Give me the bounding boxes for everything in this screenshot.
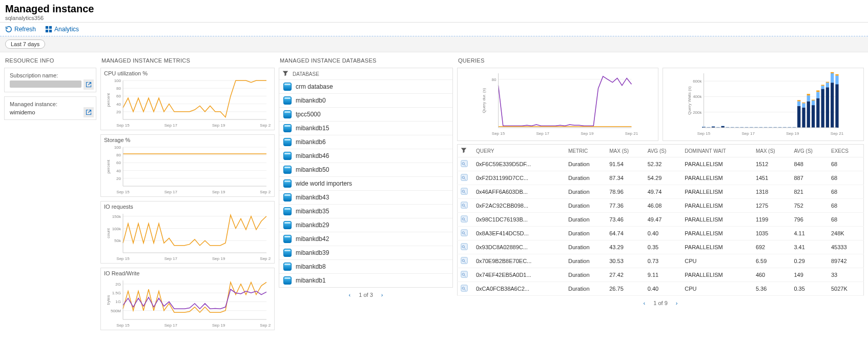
svg-rect-147: [797, 102, 800, 106]
query-avg: 54.29: [645, 171, 682, 185]
wait-avg: 752: [791, 199, 828, 213]
database-row[interactable]: crm database: [279, 80, 452, 94]
database-row[interactable]: mibankdb39: [279, 246, 452, 260]
svg-rect-165: [826, 83, 829, 87]
database-row[interactable]: tpcc5000: [279, 108, 452, 122]
section-resource-info: RESOURCE INFO: [4, 56, 96, 68]
chart-query-waits[interactable]: 200k400k600kQuery Waits (s)Sep 15Sep 17S…: [663, 68, 864, 141]
svg-rect-170: [835, 84, 838, 128]
svg-text:Sep 19: Sep 19: [581, 131, 594, 136]
query-row[interactable]: 0xF2AC92CBB098... Duration 77.36 46.08 P…: [458, 199, 864, 213]
filter-icon[interactable]: [461, 149, 467, 154]
svg-rect-155: [812, 105, 815, 128]
svg-text:80: 80: [116, 153, 121, 157]
database-row[interactable]: mibankdb15: [279, 122, 452, 135]
database-icon: [283, 249, 292, 257]
wait-max: 1199: [753, 213, 791, 227]
query-row[interactable]: 0x70E9B2B8E70EC... Duration 30.53 0.73 C…: [458, 254, 864, 268]
query-col-header[interactable]: METRIC: [565, 145, 606, 157]
database-name: mibankdb46: [296, 152, 329, 159]
query-avg: 9.11: [645, 268, 682, 282]
database-icon: [283, 138, 292, 146]
open-mi-button[interactable]: [84, 107, 94, 117]
refresh-button[interactable]: Refresh: [5, 26, 36, 33]
svg-text:Sep 15: Sep 15: [116, 323, 130, 328]
svg-text:20: 20: [116, 110, 121, 114]
query-max: 91.54: [606, 157, 645, 171]
query-hash: 0x74EF42EB5A0D1...: [473, 268, 565, 282]
db-next-page[interactable]: ›: [379, 291, 385, 299]
wait-avg: 796: [791, 213, 828, 227]
svg-text:40: 40: [116, 102, 121, 107]
query-row[interactable]: 0xF6C59E339D5DF... Duration 91.54 52.32 …: [458, 157, 864, 171]
chart-storage[interactable]: Storage %20406080100percentSep 15Sep 17S…: [100, 134, 275, 197]
database-row[interactable]: mibankdb43: [279, 191, 452, 205]
query-max: 26.75: [606, 282, 645, 296]
wait-avg: 149: [791, 268, 828, 282]
wait-max: 1512: [753, 157, 791, 171]
database-row[interactable]: wide world importers: [279, 177, 452, 191]
database-list: DATABASE crm databasemibankdb0tpcc5000mi…: [279, 68, 453, 288]
query-col-header[interactable]: AVG (S): [791, 145, 828, 157]
query-col-header[interactable]: MAX (S): [753, 145, 791, 157]
chart-iorw[interactable]: IO Read/Write500M1G1.5G2GbytesSep 15Sep …: [100, 268, 275, 330]
svg-rect-169: [831, 72, 834, 73]
query-execs: 68: [828, 199, 864, 213]
db-page-label: 1 of 3: [359, 292, 373, 298]
query-col-header[interactable]: DOMINANT WAIT: [681, 145, 753, 157]
svg-rect-146: [797, 106, 800, 128]
wait-avg: 821: [791, 185, 828, 199]
svg-text:percent: percent: [106, 159, 111, 173]
chart-io[interactable]: IO requests50k100k150kcountSep 15Sep 17S…: [100, 201, 275, 264]
database-row[interactable]: mibankdb35: [279, 205, 452, 218]
query-avg: 0.40: [645, 227, 682, 240]
query-col-header[interactable]: EXECS: [828, 145, 864, 157]
analytics-icon: [45, 26, 52, 33]
query-prev-page[interactable]: ‹: [642, 299, 648, 307]
query-col-header[interactable]: QUERY: [473, 145, 565, 157]
query-col-header[interactable]: MAX (S): [606, 145, 645, 157]
database-row[interactable]: mibankdb0: [279, 94, 452, 108]
database-name: mibankdb35: [296, 208, 329, 215]
database-row[interactable]: mibankdb42: [279, 232, 452, 246]
chart-cpu[interactable]: CPU utilization %20406080100percentSep 1…: [100, 68, 275, 130]
query-row[interactable]: 0xCA0FCB38A6C2... Duration 26.75 0.40 CP…: [458, 282, 864, 296]
database-row[interactable]: mibankdb8: [279, 260, 452, 274]
query-next-page[interactable]: ›: [674, 299, 680, 307]
analytics-button[interactable]: Analytics: [45, 26, 79, 33]
db-prev-page[interactable]: ‹: [347, 291, 353, 299]
database-row[interactable]: mibankdb6: [279, 135, 452, 149]
svg-rect-159: [816, 92, 819, 98]
query-row[interactable]: 0xF2D31199D7CC... Duration 87.34 54.29 P…: [458, 171, 864, 185]
chart-query-duration[interactable]: 80Query dur. (s)Sep 15Sep 17Sep 19Sep 21: [457, 68, 658, 141]
database-name: mibankdb6: [296, 138, 326, 146]
query-wait: PARALLELISM: [681, 240, 753, 254]
query-row[interactable]: 0x8A3EF414DC5D... Duration 64.74 0.40 PA…: [458, 227, 864, 240]
query-icon: [461, 174, 468, 181]
query-wait: PARALLELISM: [681, 171, 753, 185]
query-row[interactable]: 0x74EF42EB5A0D1... Duration 27.42 9.11 P…: [458, 268, 864, 282]
query-icon: [461, 243, 468, 250]
database-row[interactable]: mibankdb50: [279, 163, 452, 177]
query-metric: Duration: [565, 227, 606, 240]
query-col-header[interactable]: AVG (S): [645, 145, 682, 157]
database-row[interactable]: mibankdb29: [279, 218, 452, 232]
database-row[interactable]: mibankdb1: [279, 274, 452, 287]
query-row[interactable]: 0x93DC8A02889C... Duration 43.29 0.35 PA…: [458, 240, 864, 254]
query-row[interactable]: 0x46AFF6A603DB... Duration 78.96 49.74 P…: [458, 185, 864, 199]
svg-text:Sep 21: Sep 21: [625, 131, 638, 136]
svg-text:Sep 19: Sep 19: [212, 256, 225, 261]
filter-icon[interactable]: [282, 70, 288, 77]
wait-avg: 4.11: [791, 227, 828, 240]
wait-avg: 887: [791, 171, 828, 185]
svg-text:100: 100: [114, 145, 121, 150]
svg-text:Sep 21: Sep 21: [260, 256, 271, 261]
svg-text:Sep 19: Sep 19: [212, 190, 225, 194]
timerange-pill[interactable]: Last 7 days: [5, 39, 45, 49]
open-subscription-button[interactable]: [84, 79, 94, 90]
query-metric: Duration: [565, 282, 606, 296]
database-row[interactable]: mibankdb46: [279, 149, 452, 163]
query-hash: 0x93DC8A02889C...: [473, 240, 565, 254]
query-row[interactable]: 0x98C1DC76193B... Duration 73.46 49.47 P…: [458, 213, 864, 227]
query-icon: [461, 257, 468, 264]
